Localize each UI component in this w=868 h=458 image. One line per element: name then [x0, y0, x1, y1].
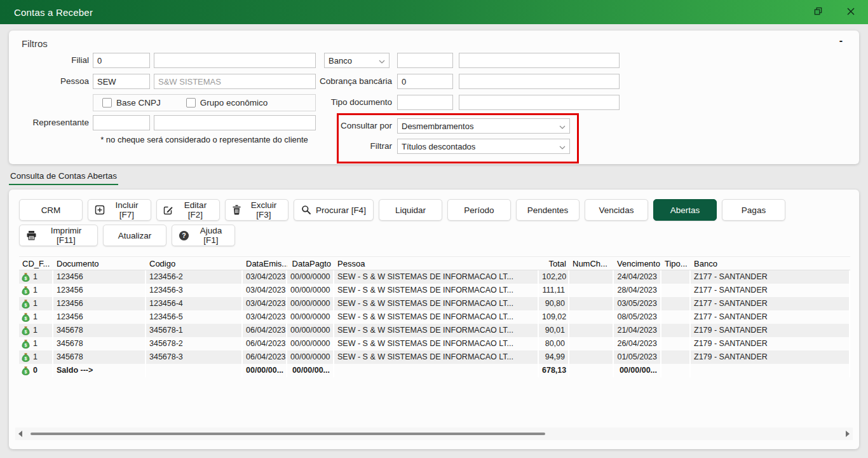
cobranca-bancaria-label: Cobrança bancária: [282, 74, 392, 89]
documento-cell: 345678: [53, 350, 146, 364]
procurar-label: Procurar [F4]: [316, 205, 366, 215]
svg-text:$: $: [25, 303, 27, 308]
tab-consulta-contas-abertas[interactable]: Consulta de Contas Abertas: [9, 171, 118, 185]
data-pagto-cell: 00/00/0000: [287, 270, 334, 284]
num-cheque-cell: [569, 324, 614, 337]
imprimir-button[interactable]: Imprimir [F11]: [19, 225, 98, 246]
scroll-right-button[interactable]: [843, 427, 853, 440]
documento-cell: 123456: [53, 270, 146, 284]
tipo-documento-name-input[interactable]: [459, 95, 620, 110]
base-cnpj-label: Base CNPJ: [116, 98, 161, 108]
col-pessoa[interactable]: Pessoa: [334, 257, 539, 270]
cobranca-name-input[interactable]: [459, 74, 620, 89]
crm-button[interactable]: CRM: [19, 199, 83, 221]
svg-text:$: $: [25, 343, 27, 348]
scrollbar-thumb[interactable]: [31, 433, 545, 435]
banco-cell: Z179 - SANTANDER: [691, 350, 850, 364]
representante-code-input[interactable]: [93, 115, 150, 130]
arrow-right-icon: [846, 431, 850, 437]
close-button[interactable]: [843, 4, 859, 20]
col-vencimento[interactable]: Vencimento: [614, 257, 661, 270]
col-data-emissao[interactable]: DataEmis...: [243, 257, 287, 270]
svg-text:$: $: [25, 276, 27, 281]
cd-value: 1: [33, 297, 37, 310]
consultar-por-select[interactable]: Desmembramentos: [397, 118, 570, 134]
col-codigo[interactable]: Codigo: [146, 257, 243, 270]
filtrar-select[interactable]: Títulos descontados: [397, 139, 570, 154]
banco-cell: [691, 364, 850, 377]
pagas-button[interactable]: Pagas: [722, 199, 785, 221]
filters-title: Filtros: [22, 38, 48, 49]
cd-value: 1: [33, 337, 37, 350]
col-tipo[interactable]: Tipo...: [661, 257, 691, 270]
total-cell: 90,01: [539, 324, 569, 337]
tipo-documento-label: Tipo documento: [282, 95, 392, 110]
table-row[interactable]: $ 1 345678 345678-3 06/04/2023 00/00/000…: [19, 350, 850, 364]
col-total[interactable]: Total: [539, 257, 569, 270]
money-bag-icon: $: [22, 300, 30, 309]
svg-text:$: $: [25, 356, 27, 361]
col-cd[interactable]: CD_F...: [19, 257, 53, 270]
restore-icon: [813, 6, 823, 18]
table-row[interactable]: $ 1 123456 123456-3 03/04/2023 00/00/000…: [19, 284, 850, 297]
editar-button[interactable]: Editar [F2]: [156, 199, 220, 221]
codigo-cell: 123456-3: [146, 284, 243, 297]
data-emissao-cell: 03/04/2023: [243, 284, 287, 297]
collapse-filters-button[interactable]: -: [839, 36, 843, 46]
pessoa-code-input[interactable]: [93, 74, 150, 89]
num-cheque-cell: [569, 270, 614, 284]
consultar-por-label: Consultar por: [282, 118, 392, 134]
cd-value: 0: [33, 364, 37, 377]
vencidas-button[interactable]: Vencidas: [585, 199, 648, 221]
base-cnpj-checkbox[interactable]: [102, 98, 112, 108]
money-bag-icon: $: [22, 313, 30, 322]
restore-button[interactable]: [810, 4, 826, 20]
ajuda-button[interactable]: ? Ajuda [F1]: [172, 225, 235, 246]
total-cell: 80,00: [539, 337, 569, 350]
crm-label: CRM: [41, 205, 61, 215]
data-pagto-cell: 00/00/0000: [287, 350, 334, 364]
table-row[interactable]: $ 0 Saldo ---> 00/00/00... 00/00/00... 6…: [19, 364, 850, 377]
grupo-economico-option: Grupo econômico: [186, 98, 268, 108]
cd-value: 1: [33, 310, 37, 324]
atualizar-button[interactable]: Atualizar: [103, 225, 166, 246]
incluir-button[interactable]: Incluir [F7]: [88, 199, 151, 221]
table-row[interactable]: $ 1 345678 345678-2 06/04/2023 00/00/000…: [19, 337, 850, 350]
banco-select[interactable]: Banco: [324, 53, 390, 68]
trash-icon: [232, 205, 241, 215]
col-num-cheque[interactable]: NumCh...: [569, 257, 614, 270]
svg-text:$: $: [25, 370, 27, 375]
data-emissao-cell: 06/04/2023: [243, 350, 287, 364]
tipo-cell: [661, 350, 691, 364]
total-cell: 102,20: [539, 270, 569, 284]
table-row[interactable]: $ 1 123456 123456-4 03/04/2023 00/00/000…: [19, 297, 850, 310]
tipo-documento-code-input[interactable]: [397, 95, 453, 110]
total-cell: 678,13: [539, 364, 569, 377]
codigo-cell: 123456-2: [146, 270, 243, 284]
grupo-economico-label: Grupo econômico: [200, 98, 268, 108]
cobranca-code-input[interactable]: [397, 74, 453, 89]
periodo-button[interactable]: Período: [447, 199, 511, 221]
col-documento[interactable]: Documento: [53, 257, 146, 270]
banco-code-input[interactable]: [397, 53, 453, 68]
pendentes-button[interactable]: Pendentes: [516, 199, 580, 221]
filial-code-input[interactable]: [93, 53, 150, 68]
col-banco[interactable]: Banco: [691, 257, 850, 270]
table-row[interactable]: $ 1 123456 123456-5 03/04/2023 00/00/000…: [19, 310, 850, 324]
svg-text:$: $: [25, 316, 27, 321]
procurar-button[interactable]: Procurar [F4]: [294, 199, 374, 221]
window-title: Contas a Receber: [14, 7, 93, 18]
num-cheque-cell: [569, 310, 614, 324]
banco-name-input[interactable]: [459, 53, 620, 68]
scrollbar-track[interactable]: [25, 427, 843, 440]
chevron-down-icon: [559, 142, 566, 151]
table-row[interactable]: $ 1 123456 123456-2 03/04/2023 00/00/000…: [19, 270, 850, 284]
scroll-left-button[interactable]: [15, 427, 25, 440]
col-data-pagto[interactable]: DataPagto: [287, 257, 334, 270]
abertas-button[interactable]: Abertas: [653, 199, 717, 221]
liquidar-button[interactable]: Liquidar: [379, 199, 442, 221]
excluir-button[interactable]: Excluir [F3]: [225, 199, 288, 221]
filial-name-input[interactable]: [154, 53, 316, 68]
table-row[interactable]: $ 1 345678 345678-1 06/04/2023 00/00/000…: [19, 324, 850, 337]
grupo-economico-checkbox[interactable]: [186, 98, 196, 108]
